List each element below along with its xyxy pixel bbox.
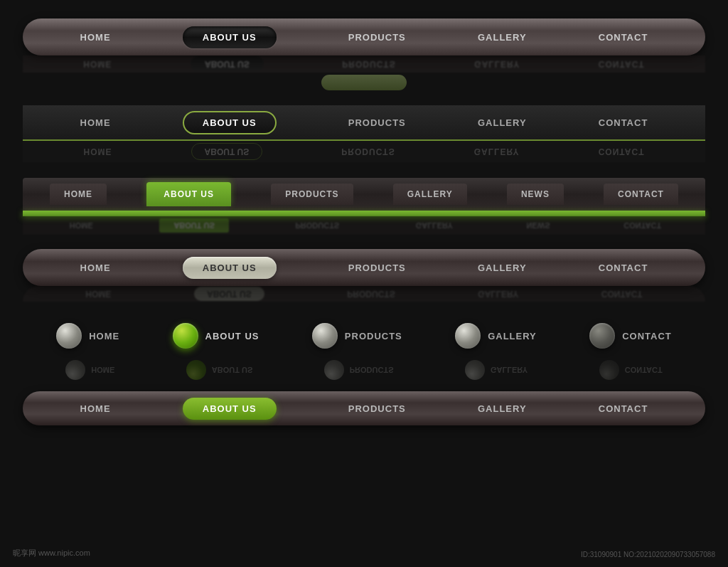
nav3-products[interactable]: PRODUCTS (271, 184, 353, 205)
nav6-contact[interactable]: CONTACT (599, 403, 648, 414)
navbar-2-bar: HOME ABOUT US PRODUCTS GALLERY CONTACT (23, 105, 705, 141)
watermark-right: ID:31090901 NO:20210202090733057088 (581, 551, 715, 558)
nav2-reflection: HOME ABOUT US PRODUCTS GALLERY CONTACT (23, 141, 705, 162)
watermark-left: 昵享网 www.nipic.com (13, 548, 90, 558)
nav5-reflection: HOME ABOUT US PRODUCTS GALLERY CONTACT (23, 357, 705, 383)
nav2-aboutus-pill: ABOUT US (183, 111, 277, 134)
nav4-aboutus[interactable]: ABOUT US (183, 257, 277, 279)
nav5-products[interactable]: PRODUCTS (312, 323, 402, 349)
nav3-aboutus[interactable]: ABOUT US (146, 182, 231, 206)
nav2-home[interactable]: HOME (80, 117, 111, 128)
nav3-contact[interactable]: CONTACT (604, 184, 678, 205)
navbar-4-bar: HOME ABOUT US PRODUCTS GALLERY CONTACT (23, 249, 705, 286)
nav5-home-label: HOME (89, 331, 119, 341)
orb-aboutus (173, 323, 198, 349)
nav1-products[interactable]: PRODUCTS (348, 32, 406, 43)
nav6-aboutus[interactable]: ABOUT US (183, 398, 277, 420)
nav6-gallery[interactable]: GALLERY (478, 403, 527, 414)
nav5-contact-label: CONTACT (622, 331, 672, 341)
nav5-gallery-label: GALLERY (488, 331, 537, 341)
nav2-aboutus[interactable]: ABOUT US (183, 116, 277, 129)
nav4-gallery[interactable]: GALLERY (478, 263, 527, 273)
navbar-1: HOME ABOUT US PRODUCTS GALLERY CONTACT H… (23, 18, 705, 92)
navbar-4: HOME ABOUT US PRODUCTS GALLERY CONTACT H… (23, 249, 705, 302)
orb-products (312, 323, 338, 349)
nav1-sub-pill (321, 75, 407, 90)
nav3-news[interactable]: NEWS (507, 184, 564, 205)
navbar-6: HOME ABOUT US PRODUCTS GALLERY CONTACT (23, 391, 705, 425)
nav3-gallery[interactable]: GALLERY (393, 184, 467, 205)
nav3-reflection: HOME ABOUT US PRODUCTS GALLERY NEWS CONT… (23, 216, 705, 235)
nav6-home[interactable]: HOME (80, 403, 111, 414)
nav5-products-label: PRODUCTS (345, 331, 402, 341)
nav5-gallery[interactable]: GALLERY (455, 323, 537, 349)
nav1-sub-indicator (23, 73, 705, 92)
nav1-reflection: HOME ABOUT US PRODUCTS GALLERY CONTACT (23, 55, 705, 73)
nav3-home[interactable]: HOME (50, 184, 107, 205)
nav4-reflection: HOME ABOUT US PRODUCTS GALLERY CONTACT (23, 286, 705, 302)
navbar-3-bar: HOME ABOUT US PRODUCTS GALLERY NEWS CONT… (23, 178, 705, 211)
nav1-contact[interactable]: CONTACT (599, 32, 648, 43)
nav4-home[interactable]: HOME (80, 263, 111, 273)
orb-home (56, 323, 82, 349)
nav3-green-bar (23, 211, 705, 216)
navbar-6-bar: HOME ABOUT US PRODUCTS GALLERY CONTACT (23, 391, 705, 425)
navbar-5: HOME ABOUT US PRODUCTS GALLERY CONTACT H… (23, 314, 705, 383)
nav5-contact[interactable]: CONTACT (589, 323, 672, 349)
orb-contact (589, 323, 615, 349)
nav6-products[interactable]: PRODUCTS (348, 403, 406, 414)
nav1-gallery[interactable]: GALLERY (478, 32, 527, 43)
nav1-aboutus[interactable]: ABOUT US (183, 26, 277, 48)
orb-gallery (455, 323, 481, 349)
nav4-contact[interactable]: CONTACT (599, 263, 648, 273)
nav2-contact[interactable]: CONTACT (599, 117, 648, 128)
nav5-home[interactable]: HOME (56, 323, 119, 349)
nav2-products[interactable]: PRODUCTS (348, 117, 406, 128)
navbar-1-bar: HOME ABOUT US PRODUCTS GALLERY CONTACT (23, 18, 705, 55)
nav1-home[interactable]: HOME (80, 32, 111, 43)
navbar-2: HOME ABOUT US PRODUCTS GALLERY CONTACT H… (23, 105, 705, 162)
nav2-gallery[interactable]: GALLERY (478, 117, 527, 128)
nav5-aboutus-label: ABOUT US (205, 331, 259, 341)
navbar-5-bar: HOME ABOUT US PRODUCTS GALLERY CONTACT (23, 314, 705, 357)
nav4-products[interactable]: PRODUCTS (348, 263, 406, 273)
nav5-aboutus[interactable]: ABOUT US (173, 323, 259, 349)
navbar-3: HOME ABOUT US PRODUCTS GALLERY NEWS CONT… (23, 178, 705, 235)
